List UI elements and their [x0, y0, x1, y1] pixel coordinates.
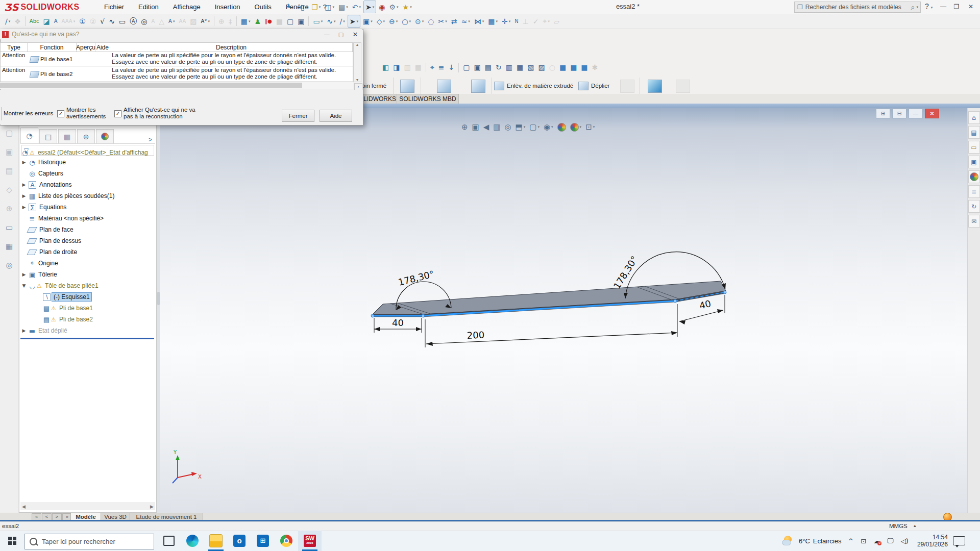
chrome-icon[interactable]: [275, 531, 298, 551]
rail-sheet-icon[interactable]: ▭: [4, 221, 14, 233]
tree-item-label[interactable]: Plan de droite: [38, 248, 79, 256]
tree-item-label[interactable]: Pli de base2: [58, 315, 94, 323]
tree-item-label[interactable]: Annotations: [38, 181, 73, 189]
tree-item-label[interactable]: Etat déplié: [37, 327, 69, 335]
tree-item-label[interactable]: Matériau <non spécifié>: [37, 214, 105, 222]
home-icon[interactable]: ⌂: [968, 111, 980, 124]
units-caret-icon[interactable]: ▴: [914, 523, 916, 528]
display-style-icon[interactable]: ▢▾: [528, 121, 541, 133]
doc-minimize-icon[interactable]: —: [909, 109, 923, 118]
tree-item-capteurs[interactable]: ◎Capteurs: [20, 168, 155, 179]
tree-item-plan-de-droite[interactable]: Plan de droite: [20, 246, 155, 258]
dim-40-right-line[interactable]: [679, 310, 723, 321]
display-on-rebuild-checkbox[interactable]: ✓: [114, 110, 121, 117]
tree-item-annotations[interactable]: ▶AAnnotations: [20, 179, 155, 190]
tree-item-plan-de-face[interactable]: Plan de face: [20, 224, 155, 235]
tree-item-t-lerie[interactable]: ▶▣Tôlerie: [20, 269, 155, 280]
design-library-icon[interactable]: ▤: [968, 126, 980, 139]
weather-icon[interactable]: [782, 535, 795, 546]
expand-arrow-icon[interactable]: ▶: [20, 205, 28, 210]
weather-temp[interactable]: 6°C: [799, 537, 810, 545]
expand-arrow-icon[interactable]: ▶: [20, 193, 28, 198]
expand-arrow-icon[interactable]: ▶: [20, 328, 28, 333]
tree-item-mat-riau-non-sp-cifi[interactable]: ≡Matériau <non spécifié>: [20, 213, 155, 224]
view-settings-icon[interactable]: ⊡▾: [584, 121, 596, 133]
tree-scrollbar[interactable]: ◀▶: [20, 503, 155, 510]
view-palette-icon[interactable]: ▣: [968, 156, 980, 168]
tree-item-label[interactable]: Liste des pièces soudées(1): [37, 192, 116, 200]
dim-200-line[interactable]: [426, 333, 677, 344]
configurationmanager-tab[interactable]: ▥: [58, 129, 76, 143]
rail-surface-icon[interactable]: ▦: [4, 240, 14, 252]
hide-show-items-icon[interactable]: ◉▾: [542, 121, 555, 133]
outlook-icon[interactable]: o: [228, 531, 251, 551]
expand-arrow-icon[interactable]: ▶: [20, 182, 28, 187]
angle-dim-left-text[interactable]: 178,30°: [397, 268, 435, 288]
dialog-maximize-icon[interactable]: ▢: [334, 31, 348, 38]
apply-scene-icon[interactable]: ▾: [569, 121, 583, 133]
show-errors-checkbox-label[interactable]: Montrer les erreurs: [4, 110, 53, 116]
annotation-views-icon[interactable]: ◎: [503, 121, 513, 133]
doc-close-icon[interactable]: ✕: [925, 109, 939, 118]
edit-appearance-icon[interactable]: [556, 121, 568, 133]
meet-now-icon[interactable]: ⊡: [861, 537, 866, 545]
col-fonction[interactable]: Fonction: [28, 43, 77, 52]
col-apercu[interactable]: Aperçu: [77, 43, 95, 52]
zoom-area-icon[interactable]: ▣: [471, 121, 481, 133]
volume-icon[interactable]: ◁): [901, 537, 909, 545]
tree-item-label[interactable]: Pli de base1: [58, 304, 94, 312]
onedrive-icon[interactable]: ☁✕: [873, 537, 880, 545]
tree-item-origine[interactable]: ⌖Origine: [20, 258, 155, 269]
tree-item-label[interactable]: (-) Esquisse1: [52, 293, 91, 301]
fermer-button[interactable]: Fermer: [282, 110, 314, 122]
tray-chevron-icon[interactable]: ^: [848, 537, 853, 545]
expand-arrow-icon[interactable]: ▶: [20, 160, 28, 165]
task-view-button[interactable]: [157, 531, 181, 551]
dialog-horizontal-scrollbar[interactable]: [0, 82, 353, 89]
tree-item-label[interactable]: Capteurs: [37, 169, 65, 178]
tree-root-label[interactable]: essai2 (Défaut<<Défaut>_Etat d'affichag: [36, 148, 150, 157]
tree-item-label[interactable]: Plan de face: [38, 226, 75, 234]
dialog-minimize-icon[interactable]: —: [320, 31, 334, 37]
forum-refresh-icon[interactable]: ↻: [968, 200, 980, 213]
tree-item-historique[interactable]: ▶◔Historique: [20, 157, 155, 168]
error-row[interactable]: Attention Pli de base1 La valeur de pert…: [1, 52, 353, 67]
file-explorer-pane-icon[interactable]: ▭: [968, 141, 980, 154]
rollback-bar[interactable]: [20, 338, 154, 339]
tree-item-esquisse1[interactable]: ∖(-) Esquisse1: [20, 291, 155, 303]
tree-item-label[interactable]: Tôlerie: [37, 270, 59, 279]
edge-icon[interactable]: [181, 531, 204, 551]
show-warnings-checkbox[interactable]: ✓: [57, 110, 64, 117]
dim-40-left-text[interactable]: 40: [392, 317, 404, 328]
appearances-icon[interactable]: [968, 170, 980, 183]
tree-item-t-le-de-base-pli-e1[interactable]: ▼◡⚠Tôle de base pliée1: [20, 280, 155, 291]
store-icon[interactable]: ⊞: [251, 531, 275, 551]
rail-plane-icon[interactable]: ▤: [4, 165, 14, 177]
dialog-close-icon[interactable]: ✕: [348, 31, 362, 38]
panel-splitter[interactable]: [157, 108, 160, 513]
rail-feature-icon[interactable]: ▢: [4, 127, 14, 139]
custom-properties-icon[interactable]: ≡: [968, 185, 980, 198]
expand-arrow-icon[interactable]: ▶: [20, 272, 28, 277]
file-explorer-icon[interactable]: [204, 531, 228, 551]
panel-splitter-grip[interactable]: [157, 292, 160, 305]
tree-item-label[interactable]: Historique: [37, 158, 67, 166]
tile-view-icon[interactable]: ⊟: [892, 109, 906, 118]
tree-item-equations[interactable]: ▶∑Equations: [20, 202, 155, 213]
section-view-icon[interactable]: ▥: [492, 121, 502, 133]
tree-item-plan-de-dessus[interactable]: Plan de dessus: [20, 235, 155, 246]
angle-dim-right-text[interactable]: 178,30°: [611, 254, 640, 291]
col-description[interactable]: Description: [110, 43, 353, 52]
expand-arrow-icon[interactable]: ▼: [20, 283, 28, 288]
start-button[interactable]: [0, 531, 24, 551]
taskbar-search-box[interactable]: Taper ici pour rechercher: [24, 534, 154, 549]
tree-item-label[interactable]: Plan de dessus: [38, 237, 83, 245]
dimxpertmanager-tab[interactable]: ⊕: [77, 129, 95, 143]
tree-item-etat-d-pli[interactable]: ▶▬Etat déplié: [20, 325, 155, 336]
col-aide[interactable]: Aide: [95, 43, 110, 52]
dialog-vertical-scrollbar[interactable]: ▲▼: [353, 42, 361, 82]
solidworks-taskbar-icon[interactable]: SW2016: [298, 531, 322, 551]
rail-sketch-icon[interactable]: ▣: [4, 146, 14, 158]
featuremanager-tree-tab[interactable]: ◔: [20, 128, 38, 143]
dim-40-right-text[interactable]: 40: [698, 298, 712, 311]
